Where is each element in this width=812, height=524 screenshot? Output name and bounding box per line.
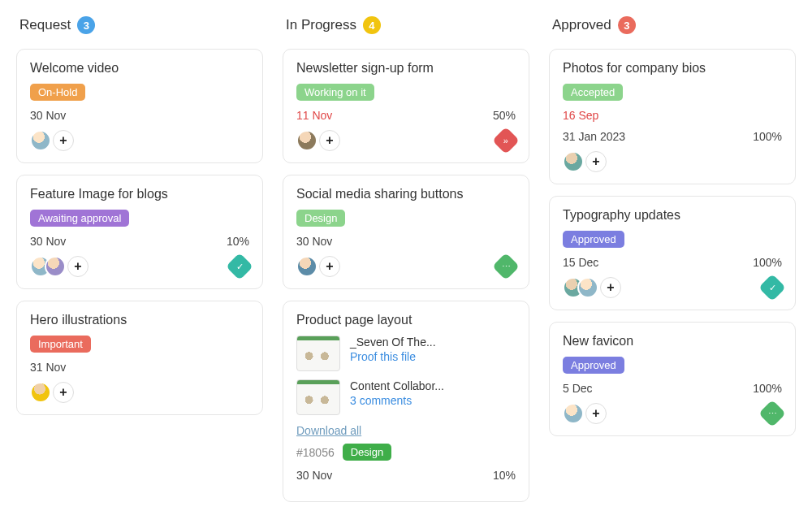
card-footer: +⋯ — [563, 403, 782, 424]
progress-percent: 100% — [753, 130, 782, 143]
due-date: 16 Sep — [563, 109, 598, 122]
task-card[interactable]: Welcome videoOn-Hold30 Nov+ — [16, 49, 263, 163]
status-tag: On-Hold — [30, 84, 85, 101]
progress-percent: 100% — [753, 382, 782, 395]
column-title: In Progress — [286, 17, 356, 33]
column-title: Approved — [552, 17, 611, 33]
task-id-row: #18056Design — [296, 444, 516, 461]
progress-percent: 10% — [493, 469, 516, 482]
status-tag: Approved — [563, 231, 624, 248]
avatar-group: + — [563, 151, 607, 172]
task-title: Photos for company bios — [563, 61, 782, 76]
attachment[interactable]: Content Collabor...3 comments — [296, 379, 516, 415]
priority-glyph: ✓ — [236, 262, 244, 271]
avatar-group: + — [30, 130, 74, 151]
add-assignee-button[interactable]: + — [585, 151, 607, 172]
priority-glyph: ✓ — [769, 284, 776, 292]
date-row: 11 Nov50% — [296, 109, 516, 122]
priority-glyph: ⋯ — [502, 262, 511, 271]
date-row: 30 Nov — [30, 109, 249, 122]
add-assignee-button[interactable]: + — [319, 256, 340, 277]
avatar[interactable] — [30, 382, 51, 403]
card-footer: + — [563, 151, 782, 172]
due-date: 30 Nov — [296, 235, 332, 248]
add-assignee-button[interactable]: + — [600, 277, 621, 298]
status-tag: Design — [343, 444, 391, 461]
card-footer: +✓ — [30, 256, 249, 277]
column-count-badge: 3 — [618, 16, 636, 34]
add-assignee-button[interactable]: + — [585, 403, 607, 424]
priority-glyph: » — [503, 136, 508, 145]
attachment-name: _Seven Of The... — [350, 336, 436, 349]
task-card[interactable]: Newsletter sign-up formWorking on it11 N… — [283, 49, 529, 163]
avatar[interactable] — [563, 403, 584, 424]
add-assignee-button[interactable]: + — [319, 130, 340, 151]
task-card[interactable]: Social media sharing buttonsDesign30 Nov… — [283, 175, 529, 289]
task-id: #18056 — [296, 446, 335, 459]
add-assignee-button[interactable]: + — [53, 130, 74, 151]
task-card[interactable]: New faviconApproved5 Dec100%+⋯ — [549, 322, 796, 436]
priority-icon: ⋯ — [758, 400, 786, 427]
attachment-action-link[interactable]: 3 comments — [350, 394, 444, 407]
attachment-thumbnail — [296, 379, 340, 415]
attachment-name: Content Collabor... — [350, 379, 444, 392]
progress-percent: 50% — [493, 109, 516, 122]
column-title: Request — [19, 17, 71, 33]
attachment-action-link[interactable]: Proof this file — [350, 350, 436, 363]
column-header: Approved3 — [549, 16, 796, 34]
task-card[interactable]: Photos for company biosAccepted16 Sep31 … — [549, 49, 796, 184]
task-title: New favicon — [563, 334, 782, 349]
board-column: Approved3Photos for company biosAccepted… — [549, 16, 796, 513]
task-title: Newsletter sign-up form — [296, 61, 516, 76]
avatar-group: + — [30, 382, 74, 403]
due-date: 5 Dec — [563, 382, 593, 395]
attachment-thumbnail — [296, 336, 340, 371]
avatar[interactable] — [296, 130, 317, 151]
end-date: 31 Jan 2023 — [563, 130, 625, 143]
add-assignee-button[interactable]: + — [53, 382, 74, 403]
priority-icon: ✓ — [226, 253, 253, 280]
task-title: Feature Image for blogs — [30, 187, 249, 201]
card-footer: + — [30, 130, 249, 151]
avatar[interactable] — [563, 151, 584, 172]
avatar-group: + — [563, 277, 621, 298]
column-header: Request3 — [16, 16, 263, 34]
status-tag: Important — [30, 336, 91, 353]
task-card[interactable]: Product page layout_Seven Of The...Proof… — [283, 301, 529, 502]
board-column: Request3Welcome videoOn-Hold30 Nov+Featu… — [16, 16, 263, 513]
due-date: 15 Dec — [563, 256, 598, 269]
task-card[interactable]: Hero illustrationsImportant31 Nov+ — [16, 301, 263, 415]
attachment-meta: Content Collabor...3 comments — [350, 379, 444, 407]
priority-icon: ⋯ — [492, 253, 520, 280]
avatar[interactable] — [296, 256, 317, 277]
due-date: 30 Nov — [30, 235, 66, 248]
task-card[interactable]: Feature Image for blogsAwaiting approval… — [16, 175, 263, 289]
task-card[interactable]: Typography updatesApproved15 Dec100%+✓ — [549, 196, 796, 310]
date-row-secondary: 31 Jan 2023100% — [563, 130, 782, 143]
avatar[interactable] — [30, 130, 51, 151]
status-tag: Approved — [563, 357, 624, 374]
download-all-link[interactable]: Download all — [296, 424, 361, 437]
due-date: 11 Nov — [296, 109, 332, 122]
avatar[interactable] — [577, 277, 598, 298]
status-tag: Design — [296, 210, 345, 227]
add-assignee-button[interactable]: + — [67, 256, 89, 277]
card-footer: +» — [296, 130, 516, 151]
date-row: 30 Nov10% — [30, 235, 249, 248]
date-row: 16 Sep — [563, 109, 782, 122]
attachment[interactable]: _Seven Of The...Proof this file — [296, 336, 516, 371]
avatar-group: + — [563, 403, 607, 424]
task-title: Welcome video — [30, 61, 249, 76]
status-tag: Working on it — [296, 84, 374, 101]
due-date: 31 Nov — [30, 361, 66, 374]
status-tag: Awaiting approval — [30, 210, 129, 227]
task-title: Product page layout — [296, 313, 516, 327]
column-header: In Progress4 — [283, 16, 529, 34]
avatar[interactable] — [45, 256, 66, 277]
card-footer: +✓ — [563, 277, 782, 298]
task-title: Hero illustrations — [30, 313, 249, 327]
priority-icon: ✓ — [758, 274, 786, 301]
board-column: In Progress4Newsletter sign-up formWorki… — [283, 16, 529, 513]
attachment-meta: _Seven Of The...Proof this file — [350, 336, 436, 363]
card-footer: + — [30, 382, 249, 403]
